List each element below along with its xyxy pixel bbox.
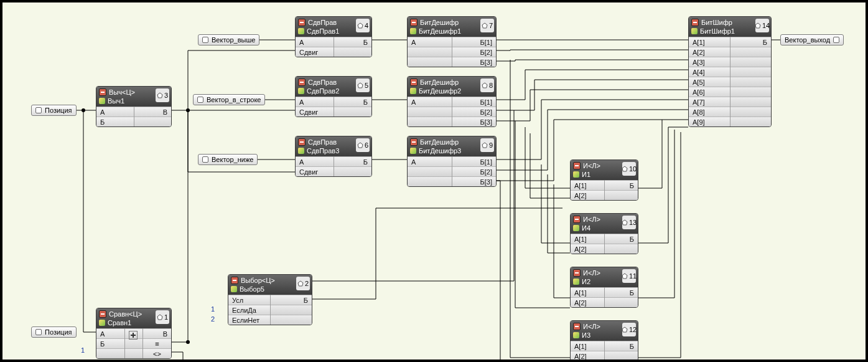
tag-vec-up[interactable]: Вектор_выше bbox=[198, 34, 259, 45]
literal: 2 bbox=[211, 315, 215, 323]
svg-marker-11 bbox=[755, 23, 760, 28]
block-sel[interactable]: Выбор<Ц>Выбор52 Усл ЕслиДа ЕслиНет Б bbox=[228, 274, 312, 325]
svg-marker-9 bbox=[622, 274, 627, 279]
tag-label: Вектор_в_строке bbox=[207, 95, 261, 105]
block-enc[interactable]: БитШифрБитШифр114 А[1] А[2] А[3] А[4] А[… bbox=[688, 16, 772, 127]
block-vych[interactable]: Выч<Ц> Выч1 3 АБ В bbox=[96, 86, 172, 127]
port-out[interactable]: В bbox=[134, 107, 172, 117]
svg-marker-0 bbox=[157, 93, 162, 98]
tag-label: Вектор_выше bbox=[212, 35, 255, 45]
block-and3[interactable]: И<Л>И312 А[1]А[2]Б bbox=[570, 320, 638, 361]
block-and4[interactable]: И<Л>И413 А[1]А[2]Б bbox=[570, 213, 638, 254]
inst-icon bbox=[99, 98, 105, 104]
block-cmp[interactable]: Сравн<Ц>Сравн11 А Б В = <> bbox=[96, 308, 172, 359]
block-shr3[interactable]: СдвПравСдвПрав36 АСдвигБ bbox=[295, 136, 372, 177]
svg-marker-12 bbox=[157, 315, 162, 320]
svg-marker-2 bbox=[358, 83, 363, 88]
block-shr1[interactable]: СдвПравСдвПрав14 АСдвигБ bbox=[295, 16, 372, 57]
cmp-eq[interactable]: = bbox=[143, 338, 171, 348]
svg-marker-7 bbox=[622, 166, 627, 171]
inst-label: Выч1 bbox=[108, 97, 124, 105]
block-and1[interactable]: И<Л>И110 А[1]А[2]Б bbox=[570, 160, 638, 201]
tag-label: Позиция bbox=[45, 105, 72, 115]
tag-pos0[interactable]: Позиция bbox=[31, 105, 77, 116]
port-in[interactable]: Б bbox=[96, 117, 134, 126]
svg-marker-8 bbox=[622, 220, 627, 225]
cmp-ne[interactable]: <> bbox=[143, 348, 171, 358]
tag-pos1[interactable]: Позиция bbox=[31, 326, 77, 338]
tag-vec-row[interactable]: Вектор_в_строке bbox=[193, 94, 265, 105]
type-icon bbox=[99, 88, 106, 96]
tag-vec-out[interactable]: Вектор_выход bbox=[780, 34, 844, 45]
tag-vec-down[interactable]: Вектор_ниже bbox=[198, 154, 258, 165]
tag-label: Вектор_выход bbox=[785, 35, 830, 45]
block-dec3[interactable]: БитДешифрБитДешифр39 АБ[1]Б[2]Б[3] bbox=[407, 136, 497, 187]
block-and2[interactable]: И<Л>И211 А[1]А[2]Б bbox=[570, 267, 638, 308]
svg-marker-6 bbox=[482, 143, 487, 148]
block-dec1[interactable]: БитДешифрБитДешифр17 АБ[1]Б[2]Б[3] bbox=[407, 16, 497, 67]
type-label: Выч<Ц> bbox=[109, 88, 135, 96]
svg-marker-13 bbox=[298, 281, 303, 286]
block-dec2[interactable]: БитДешифрБитДешифр28 АБ[1]Б[2]Б[3] bbox=[407, 76, 497, 127]
svg-marker-3 bbox=[358, 143, 363, 148]
literal: 1 bbox=[211, 305, 215, 313]
svg-marker-10 bbox=[622, 327, 627, 332]
svg-marker-4 bbox=[482, 23, 487, 28]
joint bbox=[82, 108, 85, 112]
literal: 1 bbox=[81, 346, 85, 354]
index-badge: 3 bbox=[156, 88, 169, 102]
svg-marker-5 bbox=[482, 83, 487, 88]
joint bbox=[186, 108, 190, 112]
tag-label: Позиция bbox=[45, 327, 72, 337]
port-in[interactable]: А bbox=[96, 107, 134, 117]
tag-label: Вектор_ниже bbox=[212, 155, 253, 164]
joint bbox=[186, 340, 190, 344]
block-shr2[interactable]: СдвПравСдвПрав25 АСдвигБ bbox=[295, 76, 372, 117]
port-blank bbox=[134, 117, 172, 126]
expand-icon[interactable] bbox=[125, 328, 142, 338]
svg-marker-1 bbox=[358, 23, 363, 28]
